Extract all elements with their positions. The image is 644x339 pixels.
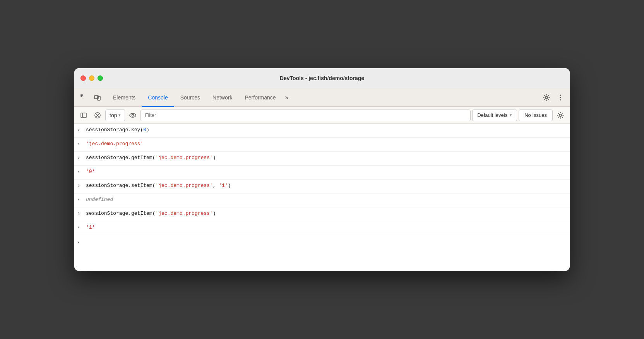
clear-console-button[interactable] <box>91 109 104 122</box>
svg-point-9 <box>560 99 561 100</box>
console-arrow-output: ‹ <box>77 140 83 147</box>
console-output: › sessionStorage.key(0) ‹ 'jec.demo.prog… <box>74 124 570 271</box>
console-code: sessionStorage.getItem('jec.demo.progres… <box>86 210 565 217</box>
console-settings-button[interactable] <box>554 109 567 122</box>
settings-icon <box>557 112 564 119</box>
tabbar-right-icons <box>540 91 567 104</box>
devtools-menu-button[interactable] <box>554 91 567 104</box>
filter-input[interactable] <box>140 110 471 121</box>
console-arrow-input: › <box>77 126 83 134</box>
tab-network[interactable]: Network <box>206 88 238 107</box>
tabbar-left-icons <box>77 91 104 104</box>
window-title: DevTools - jec.fish/demo/storage <box>280 75 364 81</box>
console-arrow-input: › <box>77 154 83 161</box>
clear-icon <box>94 112 101 119</box>
console-arrow-input: › <box>77 210 83 217</box>
console-toolbar: top ▾ Default levels ▾ No Issues <box>74 107 570 124</box>
svg-point-16 <box>132 114 134 116</box>
more-tabs-button[interactable]: » <box>282 92 292 103</box>
devtools-window: DevTools - jec.fish/demo/storage <box>74 68 570 271</box>
log-levels-button[interactable]: Default levels ▾ <box>472 110 517 121</box>
sidebar-icon <box>80 112 87 119</box>
console-line-4[interactable]: ‹ '0' <box>74 166 570 180</box>
console-code: 'jec.demo.progress' <box>86 140 565 148</box>
device-icon <box>94 94 101 101</box>
console-code: sessionStorage.setItem('jec.demo.progres… <box>86 182 565 190</box>
console-code: sessionStorage.key(0) <box>86 126 565 134</box>
context-selector[interactable]: top ▾ <box>105 110 125 121</box>
console-arrow-output: ‹ <box>77 224 83 231</box>
sidebar-toggle-button[interactable] <box>77 109 90 122</box>
svg-point-15 <box>130 113 136 117</box>
console-code: undefined <box>86 196 565 204</box>
console-code: '1' <box>86 224 565 231</box>
traffic-lights <box>80 75 103 81</box>
console-line-7[interactable]: › sessionStorage.getItem('jec.demo.progr… <box>74 207 570 221</box>
maximize-button[interactable] <box>98 75 103 81</box>
console-prompt-line[interactable]: › <box>74 235 570 249</box>
tab-console[interactable]: Console <box>142 88 174 107</box>
minimize-button[interactable] <box>89 75 94 81</box>
console-arrow-output: ‹ <box>77 196 83 203</box>
svg-point-17 <box>559 114 562 116</box>
console-line-1[interactable]: › sessionStorage.key(0) <box>74 124 570 138</box>
console-code: sessionStorage.getItem('jec.demo.progres… <box>86 154 565 162</box>
console-line-8[interactable]: ‹ '1' <box>74 221 570 235</box>
console-prompt-arrow: › <box>77 240 79 245</box>
tab-sources[interactable]: Sources <box>174 88 206 107</box>
console-line-6[interactable]: ‹ undefined <box>74 193 570 207</box>
eye-icon <box>129 111 137 119</box>
svg-point-7 <box>560 94 561 96</box>
tab-elements[interactable]: Elements <box>107 88 142 107</box>
console-arrow-input: › <box>77 182 83 189</box>
console-line-2[interactable]: ‹ 'jec.demo.progress' <box>74 138 570 152</box>
console-line-3[interactable]: › sessionStorage.getItem('jec.demo.progr… <box>74 152 570 166</box>
console-line-5[interactable]: › sessionStorage.setItem('jec.demo.progr… <box>74 180 570 193</box>
svg-point-8 <box>560 97 561 98</box>
tabs: Elements Console Sources Network Perform… <box>107 88 537 107</box>
inspect-icon <box>80 94 87 101</box>
device-toolbar-button[interactable] <box>91 91 104 104</box>
devtools-settings-button[interactable] <box>540 91 553 104</box>
console-arrow-output: ‹ <box>77 168 83 175</box>
three-dot-icon <box>560 94 561 101</box>
svg-rect-5 <box>98 96 100 100</box>
issues-counter-button[interactable]: No Issues <box>519 110 553 121</box>
tabbar: Elements Console Sources Network Perform… <box>74 88 570 107</box>
tab-performance[interactable]: Performance <box>238 88 282 107</box>
close-button[interactable] <box>80 75 86 81</box>
console-code: '0' <box>86 168 565 176</box>
gear-icon <box>543 94 550 101</box>
titlebar: DevTools - jec.fish/demo/storage <box>74 68 570 88</box>
live-expressions-button[interactable] <box>127 109 139 122</box>
inspect-element-button[interactable] <box>77 91 90 104</box>
svg-point-6 <box>545 96 548 99</box>
svg-rect-10 <box>81 113 86 118</box>
